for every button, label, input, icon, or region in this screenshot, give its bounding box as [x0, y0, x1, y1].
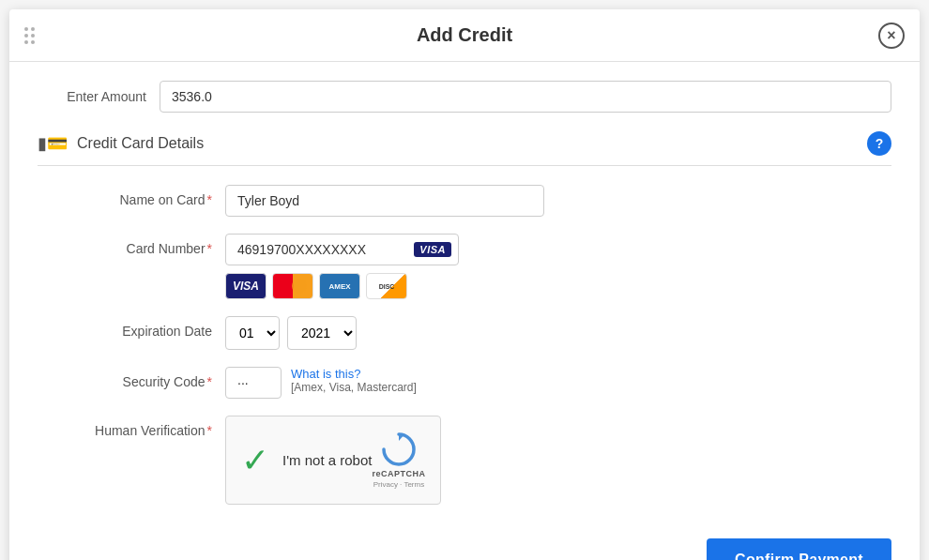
- amount-row: Enter Amount: [38, 81, 891, 113]
- form-fields: Name on Card* Card Number* VISA VISA: [38, 185, 891, 505]
- mastercard-logo: [272, 273, 313, 299]
- card-number-label: Card Number*: [38, 234, 225, 256]
- expiry-label: Expiration Date: [38, 316, 225, 339]
- security-field: What is this? [Amex, Visa, Mastercard]: [225, 367, 417, 399]
- confirm-payment-button[interactable]: Confirm Payment: [707, 538, 891, 560]
- security-link[interactable]: What is this?: [291, 367, 417, 381]
- captcha-right: reCAPTCHA Privacy · Terms: [372, 431, 425, 489]
- name-row: Name on Card*: [38, 185, 891, 217]
- amount-label: Enter Amount: [38, 89, 160, 104]
- terms-link[interactable]: Terms: [404, 480, 424, 489]
- human-verification-label: Human Verification*: [38, 416, 225, 438]
- human-verification-row: Human Verification* ✓ I'm not a robot re…: [38, 416, 891, 505]
- visa-logo: VISA: [225, 273, 267, 299]
- card-number-row: Card Number* VISA VISA AMEX DISC: [38, 234, 891, 299]
- name-label: Name on Card*: [38, 185, 225, 207]
- modal-title: Add Credit: [417, 24, 512, 46]
- security-hint: [Amex, Visa, Mastercard]: [291, 381, 417, 394]
- security-help: What is this? [Amex, Visa, Mastercard]: [291, 367, 417, 394]
- section-header: ▮💳 Credit Card Details ?: [38, 131, 891, 166]
- expiry-row: Expiration Date 01020304 05060708 091011…: [38, 316, 891, 350]
- close-button[interactable]: ×: [878, 23, 905, 49]
- recaptcha-links: Privacy · Terms: [373, 480, 425, 489]
- recaptcha-icon: [381, 431, 417, 467]
- captcha-box[interactable]: ✓ I'm not a robot reCAPTCHA Privacy · Te…: [225, 416, 441, 505]
- amount-input[interactable]: [160, 81, 891, 113]
- security-label: Security Code*: [38, 367, 225, 389]
- visa-badge: VISA: [414, 242, 451, 257]
- add-credit-modal: Add Credit × Enter Amount ▮💳 Credit Card…: [9, 9, 920, 560]
- section-title: ▮💳 Credit Card Details: [38, 133, 204, 154]
- security-row: Security Code* What is this? [Amex, Visa…: [38, 367, 891, 399]
- privacy-link[interactable]: Privacy: [373, 480, 398, 489]
- section-title-text: Credit Card Details: [77, 135, 204, 152]
- help-icon[interactable]: ?: [867, 131, 891, 156]
- checkmark-icon: ✓: [241, 444, 269, 477]
- modal-body: Enter Amount ▮💳 Credit Card Details ? Na…: [9, 62, 920, 523]
- captcha-text: I'm not a robot: [282, 452, 372, 468]
- card-number-field: VISA VISA AMEX DISC: [225, 234, 459, 299]
- card-logos: VISA AMEX DISC: [225, 273, 459, 299]
- credit-card-icon: ▮💳: [38, 133, 68, 154]
- amex-logo: AMEX: [319, 273, 360, 299]
- modal-footer: Confirm Payment: [9, 523, 920, 560]
- name-input[interactable]: [225, 185, 544, 217]
- expiry-month-select[interactable]: 01020304 05060708 09101112: [225, 316, 280, 350]
- captcha-left: ✓ I'm not a robot: [241, 444, 372, 477]
- modal-header: Add Credit ×: [9, 9, 920, 62]
- recaptcha-label: reCAPTCHA: [372, 469, 425, 478]
- discover-logo: DISC: [366, 273, 407, 299]
- drag-handle[interactable]: [24, 27, 35, 44]
- security-code-input[interactable]: [225, 367, 282, 399]
- expiry-wrapper: 01020304 05060708 09101112 202020212022 …: [225, 316, 357, 350]
- expiry-year-select[interactable]: 202020212022 202320242025 202620272028 2…: [287, 316, 357, 350]
